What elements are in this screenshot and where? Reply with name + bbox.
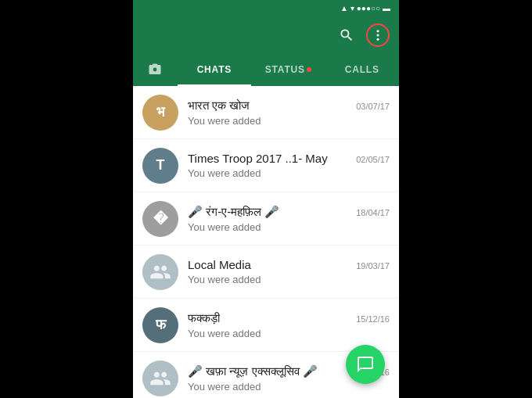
status-indicators: ▲ ▾ ●●●○○ ▬ bbox=[338, 4, 393, 13]
avatar: � bbox=[142, 201, 178, 237]
tab-calls[interactable]: CALLS bbox=[325, 55, 399, 86]
chat-name: Local Media bbox=[188, 258, 251, 271]
chat-item[interactable]: भभारत एक खोज03/07/17You were added bbox=[133, 86, 399, 139]
chat-time: 02/05/17 bbox=[356, 155, 390, 164]
chat-header-row: Times Troop 2017 ..1- May02/05/17 bbox=[188, 152, 390, 165]
new-chat-button[interactable] bbox=[346, 345, 385, 384]
chat-time: 18/04/17 bbox=[356, 208, 390, 217]
chat-item[interactable]: �🎤 रंग-ए-महफ़िल 🎤18/04/17You were added bbox=[133, 192, 399, 246]
chat-time: 15/12/16 bbox=[356, 314, 390, 324]
chat-header-row: फक्कड़ी15/12/16 bbox=[188, 311, 390, 325]
chat-header-row: Local Media19/03/17 bbox=[188, 258, 390, 271]
status-bar: ▲ ▾ ●●●○○ ▬ bbox=[133, 0, 399, 16]
search-icon[interactable] bbox=[338, 27, 355, 44]
chat-preview: You were added bbox=[188, 328, 390, 339]
chat-content: Times Troop 2017 ..1- May02/05/17You wer… bbox=[188, 152, 390, 179]
chat-header-row: भारत एक खोज03/07/17 bbox=[188, 99, 390, 113]
tab-chats-label: CHATS bbox=[197, 64, 232, 75]
chat-item[interactable]: Local Media19/03/17You were added bbox=[133, 246, 399, 299]
svg-point-2 bbox=[377, 38, 379, 41]
avatar: T bbox=[142, 148, 178, 184]
svg-point-0 bbox=[377, 30, 379, 32]
chat-time: 19/03/17 bbox=[356, 261, 390, 271]
battery-icon: ▬ bbox=[383, 4, 390, 13]
wifi-icon: ▾ bbox=[350, 4, 354, 13]
chat-time: 03/07/17 bbox=[356, 102, 390, 111]
chat-name: 🎤 रंग-ए-महफ़िल 🎤 bbox=[188, 205, 279, 219]
avatar: भ bbox=[142, 95, 178, 131]
svg-point-1 bbox=[377, 34, 379, 37]
chat-item[interactable]: TTimes Troop 2017 ..1- May02/05/17You we… bbox=[133, 139, 399, 192]
chat-preview: You were added bbox=[188, 274, 390, 285]
signal-icon: ▲ bbox=[340, 4, 348, 13]
signal-bars: ●●●○○ bbox=[357, 4, 380, 13]
chat-name: Times Troop 2017 ..1- May bbox=[188, 152, 328, 165]
avatar bbox=[142, 254, 178, 290]
chat-preview: You were added bbox=[188, 115, 390, 127]
chat-name: फक्कड़ी bbox=[188, 311, 220, 325]
tab-chats[interactable]: CHATS bbox=[178, 55, 251, 86]
chat-content: 🎤 रंग-ए-महफ़िल 🎤18/04/17You were added bbox=[188, 205, 390, 233]
chat-name: भारत एक खोज bbox=[188, 99, 250, 113]
avatar: फ bbox=[142, 307, 178, 343]
app-header bbox=[133, 16, 399, 55]
chat-preview: You were added bbox=[188, 221, 390, 233]
tab-bar: CHATS STATUS CALLS bbox=[133, 55, 399, 86]
tab-camera[interactable] bbox=[133, 55, 178, 86]
header-actions bbox=[338, 23, 390, 47]
more-options-button[interactable] bbox=[366, 23, 390, 47]
chat-content: भारत एक खोज03/07/17You were added bbox=[188, 99, 390, 127]
chat-item[interactable]: फफक्कड़ी15/12/16You were added bbox=[133, 299, 399, 352]
status-dot bbox=[307, 67, 311, 72]
chat-content: फक्कड़ी15/12/16You were added bbox=[188, 311, 390, 339]
tab-status-label: STATUS bbox=[265, 64, 305, 75]
avatar bbox=[142, 360, 178, 396]
chat-content: Local Media19/03/17You were added bbox=[188, 258, 390, 285]
phone-frame: ▲ ▾ ●●●○○ ▬ bbox=[133, 0, 399, 398]
tab-status[interactable]: STATUS bbox=[251, 55, 325, 86]
chat-preview: You were added bbox=[188, 167, 390, 179]
tab-calls-label: CALLS bbox=[345, 64, 379, 75]
chat-name: 🎤 खफ़ा न्यूज़ एक्सक्लूसिव 🎤 bbox=[188, 364, 318, 378]
chat-header-row: 🎤 रंग-ए-महफ़िल 🎤18/04/17 bbox=[188, 205, 390, 219]
